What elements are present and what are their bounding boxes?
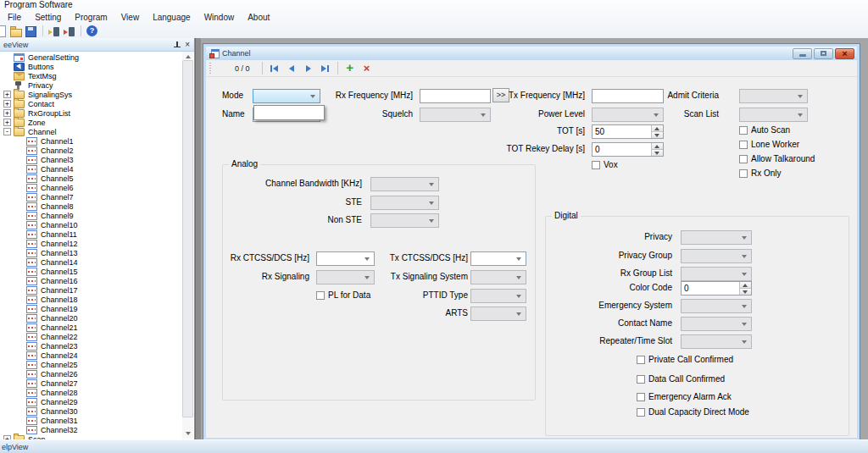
tree-item-channel32[interactable]: Channel32 bbox=[0, 425, 181, 434]
tree-item-channel[interactable]: -Channel bbox=[0, 127, 181, 136]
tree-item-channel12[interactable]: Channel12 bbox=[0, 239, 181, 248]
channel-window-titlebar[interactable]: Channel × bbox=[206, 47, 857, 60]
spin-down-icon[interactable] bbox=[652, 131, 663, 138]
spinner-buttons[interactable] bbox=[651, 125, 663, 138]
tree-item-channel25[interactable]: Channel25 bbox=[0, 360, 181, 369]
minimize-button[interactable] bbox=[793, 48, 812, 59]
tree-item-channel7[interactable]: Channel7 bbox=[0, 192, 181, 202]
new-file-icon[interactable] bbox=[0, 25, 7, 36]
tree-item-channel28[interactable]: Channel28 bbox=[0, 388, 181, 397]
tree-item-generalsetting[interactable]: GeneralSetting bbox=[0, 52, 181, 62]
tree-item-channel13[interactable]: Channel13 bbox=[0, 248, 181, 257]
rx-signaling-combobox[interactable] bbox=[316, 270, 375, 285]
spinner-buttons[interactable] bbox=[651, 143, 663, 156]
tree-item-privacy[interactable]: Privacy bbox=[0, 80, 181, 90]
menu-language[interactable]: Language bbox=[146, 13, 198, 22]
tree-item-channel17[interactable]: Channel17 bbox=[0, 285, 181, 295]
tree-item-channel10[interactable]: Channel10 bbox=[0, 220, 181, 229]
pl-for-data-checkbox[interactable]: PL for Data bbox=[316, 290, 370, 300]
tx-signaling-combobox[interactable] bbox=[470, 270, 526, 285]
menu-program[interactable]: Program bbox=[68, 13, 114, 22]
tree-item-channel26[interactable]: Channel26 bbox=[0, 369, 181, 378]
squelch-combobox[interactable] bbox=[420, 108, 491, 122]
scan-list-combobox[interactable] bbox=[739, 108, 808, 122]
repeater-time-slot-combobox[interactable] bbox=[681, 334, 752, 349]
write-to-radio-icon[interactable] bbox=[64, 25, 75, 36]
emergency-system-combobox[interactable] bbox=[681, 299, 752, 313]
add-record-button[interactable]: + bbox=[342, 60, 359, 76]
tree-item-textmsg[interactable]: TextMsg bbox=[0, 71, 181, 80]
tree-item-channel6[interactable]: Channel6 bbox=[0, 183, 181, 192]
privacy-combobox[interactable] bbox=[681, 230, 752, 245]
expand-toggle-icon[interactable]: + bbox=[3, 100, 11, 108]
tree-item-channel16[interactable]: Channel16 bbox=[0, 276, 181, 285]
tree-item-channel3[interactable]: Channel3 bbox=[0, 155, 181, 164]
tree-scrollbar[interactable] bbox=[182, 52, 193, 439]
menu-file[interactable]: File bbox=[1, 13, 28, 22]
contact-name-combobox[interactable] bbox=[681, 317, 752, 331]
previous-record-button[interactable] bbox=[283, 61, 300, 75]
tot-spinner[interactable]: 50 bbox=[592, 124, 664, 139]
expand-toggle-icon[interactable]: + bbox=[3, 109, 11, 117]
dual-capacity-direct-mode-checkbox[interactable]: Dual Capacity Direct Mode bbox=[637, 407, 749, 417]
arts-combobox[interactable] bbox=[470, 307, 526, 321]
maximize-button[interactable] bbox=[814, 48, 833, 59]
tx-ctcss-combobox[interactable] bbox=[470, 251, 526, 266]
tree-item-channel31[interactable]: Channel31 bbox=[0, 416, 181, 425]
tree-item-rxgrouplist[interactable]: +RxGroupList bbox=[0, 108, 181, 118]
tree-item-channel20[interactable]: Channel20 bbox=[0, 313, 181, 323]
tree-item-channel21[interactable]: Channel21 bbox=[0, 323, 181, 332]
vox-checkbox[interactable]: Vox bbox=[592, 160, 618, 169]
expand-toggle-icon[interactable]: + bbox=[3, 91, 11, 98]
expand-toggle-icon[interactable]: + bbox=[3, 119, 11, 126]
emergency-alarm-ack-checkbox[interactable]: Emergency Alarm Ack bbox=[637, 392, 732, 401]
admit-criteria-combobox[interactable] bbox=[739, 89, 808, 103]
privacy-group-combobox[interactable] bbox=[681, 249, 752, 263]
menu-about[interactable]: About bbox=[241, 13, 276, 22]
scroll-thumb[interactable] bbox=[182, 60, 193, 417]
tree-item-channel14[interactable]: Channel14 bbox=[0, 257, 181, 267]
open-file-icon[interactable] bbox=[10, 25, 22, 36]
tree-item-channel11[interactable]: Channel11 bbox=[0, 229, 181, 239]
menu-window[interactable]: Window bbox=[198, 13, 242, 22]
mode-dropdown-list[interactable] bbox=[253, 105, 325, 120]
delete-record-button[interactable]: × bbox=[359, 61, 376, 75]
last-record-button[interactable] bbox=[317, 61, 334, 75]
tree-item-channel2[interactable]: Channel2 bbox=[0, 146, 181, 155]
tree-item-channel18[interactable]: Channel18 bbox=[0, 295, 181, 304]
tree-item-signalingsys[interactable]: +SignalingSys bbox=[0, 90, 181, 99]
pin-icon[interactable] bbox=[173, 41, 181, 49]
tree-item-channel23[interactable]: Channel23 bbox=[0, 341, 181, 351]
rx-group-list-combobox[interactable] bbox=[681, 267, 752, 281]
spin-down-icon[interactable] bbox=[740, 288, 751, 295]
tree-item-channel27[interactable]: Channel27 bbox=[0, 378, 181, 388]
scroll-up-icon[interactable] bbox=[186, 55, 191, 58]
tree-item-zone[interactable]: +Zone bbox=[0, 118, 181, 127]
rx-only-checkbox[interactable]: Rx Only bbox=[739, 168, 782, 178]
non-ste-combobox[interactable] bbox=[370, 213, 439, 228]
data-call-confirmed-checkbox[interactable]: Data Call Confirmed bbox=[637, 374, 725, 384]
tree-item-channel5[interactable]: Channel5 bbox=[0, 174, 181, 183]
helpview-panel-header[interactable]: elpView bbox=[0, 439, 868, 453]
close-button[interactable]: × bbox=[835, 48, 854, 59]
tree-item-buttons[interactable]: Buttons bbox=[0, 62, 181, 71]
tree-item-channel4[interactable]: Channel4 bbox=[0, 164, 181, 174]
tot-rekey-delay-spinner[interactable]: 0 bbox=[592, 142, 664, 157]
help-icon[interactable]: ? bbox=[86, 25, 97, 36]
menu-view[interactable]: View bbox=[114, 13, 147, 22]
private-call-confirmed-checkbox[interactable]: Private Call Confirmed bbox=[637, 355, 733, 364]
tree-item-channel8[interactable]: Channel8 bbox=[0, 202, 181, 211]
auto-scan-checkbox[interactable]: Auto Scan bbox=[739, 125, 790, 135]
tree-item-channel22[interactable]: Channel22 bbox=[0, 332, 181, 341]
tree-item-channel1[interactable]: Channel1 bbox=[0, 136, 181, 146]
tree-item-channel15[interactable]: Channel15 bbox=[0, 267, 181, 276]
rx-ctcss-combobox[interactable] bbox=[316, 251, 375, 266]
tree-item-channel24[interactable]: Channel24 bbox=[0, 351, 181, 360]
color-code-spinner[interactable]: 0 bbox=[681, 281, 752, 296]
panel-splitter[interactable] bbox=[195, 38, 201, 439]
tree-item-channel9[interactable]: Channel9 bbox=[0, 211, 181, 220]
mode-combobox[interactable] bbox=[253, 89, 320, 103]
spin-down-icon[interactable] bbox=[652, 149, 663, 156]
ste-combobox[interactable] bbox=[370, 196, 439, 210]
tree-item-contact[interactable]: +Contact bbox=[0, 99, 181, 108]
